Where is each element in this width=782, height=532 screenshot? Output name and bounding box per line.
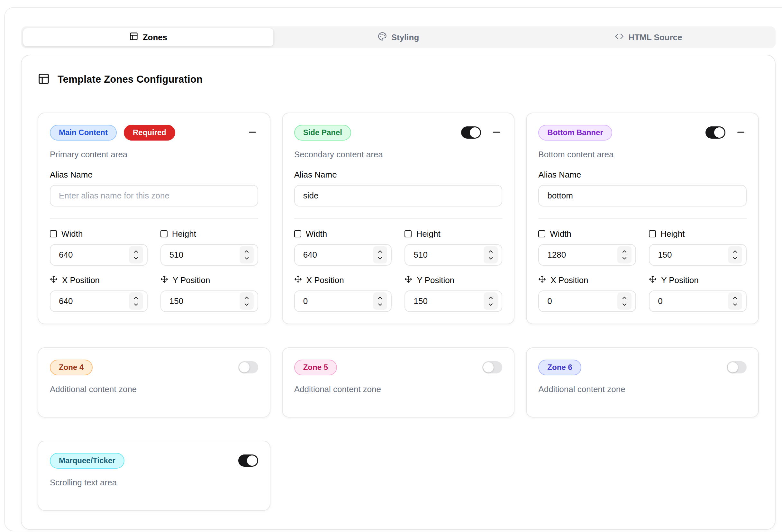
zone-description: Additional content zone xyxy=(538,384,747,394)
stepper-buttons[interactable] xyxy=(728,292,742,310)
height-checkbox[interactable] xyxy=(404,230,412,237)
stepper-buttons[interactable] xyxy=(129,246,143,263)
width-checkbox[interactable] xyxy=(50,230,57,237)
alias-name-input[interactable] xyxy=(294,185,503,207)
size-row: Width Height xyxy=(50,229,258,266)
required-badge: Required xyxy=(124,125,175,141)
zone-name-badge: Side Panel xyxy=(294,125,351,141)
chevron-up-icon xyxy=(488,295,494,301)
zone-name-badge: Main Content xyxy=(50,125,117,141)
height-label: Height xyxy=(661,229,684,239)
zone-enabled-toggle[interactable] xyxy=(706,127,725,139)
toggle-knob xyxy=(483,362,494,373)
zone-enabled-toggle[interactable] xyxy=(238,455,258,467)
chevron-down-icon xyxy=(377,255,383,261)
width-checkbox[interactable] xyxy=(294,230,301,237)
toggle-knob xyxy=(728,362,738,373)
height-checkbox[interactable] xyxy=(161,230,168,237)
badge-group: Main Content Required xyxy=(50,125,175,141)
width-field: Width xyxy=(50,229,148,266)
x-position-number-field xyxy=(538,290,636,312)
zone-enabled-toggle[interactable] xyxy=(727,361,747,374)
height-number-field xyxy=(161,244,258,266)
zone-name-badge: Zone 5 xyxy=(294,360,337,375)
badge-group: Side Panel xyxy=(294,125,351,141)
chevron-up-icon xyxy=(488,248,494,255)
stepper-buttons[interactable] xyxy=(240,292,254,310)
palette-icon xyxy=(378,32,387,43)
stepper-buttons[interactable] xyxy=(129,292,143,310)
zone-enabled-toggle[interactable] xyxy=(461,127,481,139)
size-row: Width Height xyxy=(294,229,503,266)
stepper-buttons[interactable] xyxy=(240,246,254,263)
move-icon xyxy=(294,275,302,285)
y-position-label-row: Y Position xyxy=(404,275,502,285)
collapse-zone-button[interactable] xyxy=(247,127,258,138)
stepper-buttons[interactable] xyxy=(484,292,498,310)
chevron-up-icon xyxy=(621,295,628,301)
y-position-number-field xyxy=(404,290,502,312)
tab-zones-label: Zones xyxy=(143,33,168,42)
chevron-up-icon xyxy=(377,248,383,255)
x-position-label: X Position xyxy=(550,275,588,285)
header-controls xyxy=(482,361,502,374)
header-controls xyxy=(706,127,747,139)
zone-enabled-toggle[interactable] xyxy=(238,361,258,374)
stepper-buttons[interactable] xyxy=(617,246,632,263)
divider xyxy=(294,218,503,219)
badge-group: Bottom Banner xyxy=(538,125,612,141)
stepper-buttons[interactable] xyxy=(373,292,387,310)
height-checkbox[interactable] xyxy=(649,230,656,237)
tab-html-source[interactable]: HTML Source xyxy=(524,28,774,46)
alias-name-input[interactable] xyxy=(538,185,747,207)
divider xyxy=(50,218,258,219)
stepper-buttons[interactable] xyxy=(617,292,632,310)
y-position-number-field xyxy=(161,290,258,312)
y-position-field: Y Position xyxy=(649,275,747,312)
y-position-field: Y Position xyxy=(161,275,258,312)
stepper-buttons[interactable] xyxy=(484,246,498,263)
zone-name-badge: Zone 4 xyxy=(50,360,93,375)
x-position-label-row: X Position xyxy=(294,275,392,285)
header-controls xyxy=(238,455,258,467)
toggle-knob xyxy=(239,362,250,373)
header-controls xyxy=(247,127,258,138)
y-position-number-field xyxy=(649,290,747,312)
collapse-zone-button[interactable] xyxy=(735,127,747,138)
zone-name-badge: Marquee/Ticker xyxy=(50,453,125,469)
width-number-field xyxy=(538,244,636,266)
alias-name-input[interactable] xyxy=(50,185,258,207)
divider xyxy=(538,218,747,219)
tab-styling[interactable]: Styling xyxy=(273,28,524,46)
x-position-number-field xyxy=(294,290,392,312)
chevron-down-icon xyxy=(732,255,738,261)
stepper-buttons[interactable] xyxy=(728,246,742,263)
collapse-zone-button[interactable] xyxy=(491,127,502,138)
y-position-label: Y Position xyxy=(661,275,699,285)
tab-zones[interactable]: Zones xyxy=(23,28,273,46)
tab-html-source-label: HTML Source xyxy=(628,33,682,42)
chevron-down-icon xyxy=(377,302,383,308)
position-row: X Position xyxy=(294,275,503,312)
zone-enabled-toggle[interactable] xyxy=(482,361,502,374)
height-number-field xyxy=(649,244,747,266)
chevron-up-icon xyxy=(133,295,139,301)
zones-grid: Main Content Required Primary content ar… xyxy=(38,113,759,511)
stepper-buttons[interactable] xyxy=(373,246,387,263)
width-checkbox[interactable] xyxy=(538,230,545,237)
width-number-field xyxy=(294,244,392,266)
chevron-up-icon xyxy=(732,295,738,301)
toggle-knob xyxy=(247,456,257,466)
chevron-down-icon xyxy=(621,302,628,308)
toggle-knob xyxy=(470,128,480,138)
chevron-down-icon xyxy=(133,255,139,261)
position-row: X Position xyxy=(538,275,747,312)
height-label-row: Height xyxy=(649,229,747,239)
x-position-field: X Position xyxy=(538,275,636,312)
zone-card-header: Marquee/Ticker xyxy=(50,453,258,469)
badge-group: Zone 4 xyxy=(50,360,93,375)
height-label: Height xyxy=(172,229,196,239)
zone-name-badge: Bottom Banner xyxy=(538,125,612,141)
height-field: Height xyxy=(649,229,747,266)
chevron-up-icon xyxy=(732,248,738,255)
